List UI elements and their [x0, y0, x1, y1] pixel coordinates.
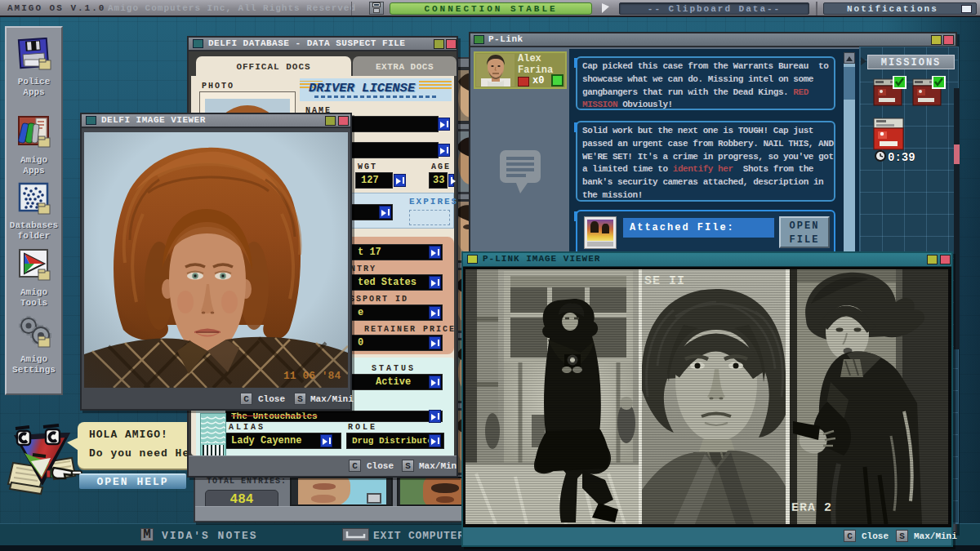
svg-text:0:39: 0:39: [888, 151, 915, 164]
